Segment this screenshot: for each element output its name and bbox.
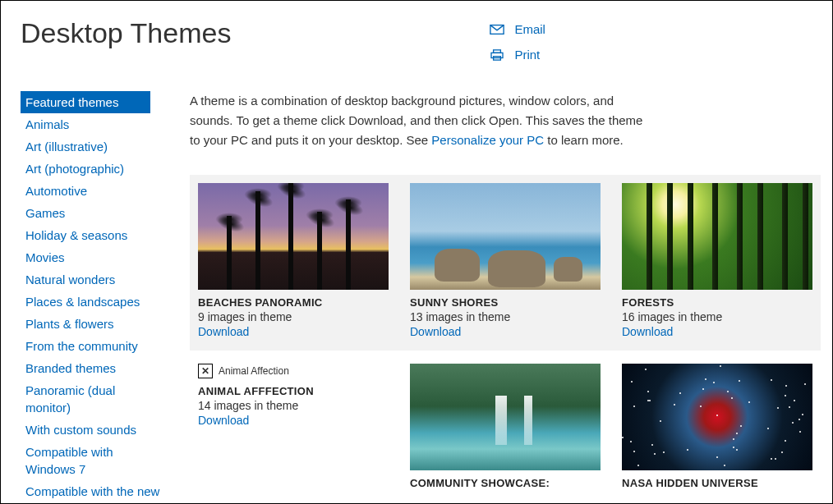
email-label: Email	[514, 22, 545, 36]
sidebar-item[interactable]: Automotive	[21, 180, 168, 202]
theme-card: ✕Animal AffectionANIMAL AFFFECTION14 ima…	[198, 364, 389, 489]
theme-title: FORESTS	[622, 296, 812, 309]
personalize-link[interactable]: Personalize your PC	[431, 133, 544, 147]
theme-card: COMMUNITY SHOWCASE:	[410, 364, 601, 489]
sidebar-item[interactable]: Art (illustrative)	[21, 135, 168, 158]
intro-text: A theme is a combination of desktop back…	[190, 91, 650, 150]
sidebar-item[interactable]: Featured themes	[21, 91, 150, 113]
sidebar-item[interactable]: Animals	[21, 113, 168, 135]
sidebar-item[interactable]: Movies	[21, 246, 168, 268]
sidebar-item[interactable]: Art (photographic)	[21, 158, 168, 180]
theme-thumbnail[interactable]	[622, 364, 812, 470]
print-label: Print	[514, 48, 540, 62]
theme-card: NASA HIDDEN UNIVERSE	[622, 364, 812, 489]
sidebar-item[interactable]: From the community	[21, 335, 168, 357]
download-link[interactable]: Download	[198, 325, 249, 338]
theme-card: SUNNY SHORES13 images in themeDownload	[410, 183, 601, 339]
download-link[interactable]: Download	[198, 414, 249, 427]
theme-thumbnail[interactable]	[410, 364, 601, 470]
sidebar-item[interactable]: With custom sounds	[21, 419, 168, 441]
sidebar-item[interactable]: Panoramic (dual monitor)	[21, 379, 168, 419]
theme-card: BEACHES PANORAMIC9 images in themeDownlo…	[198, 183, 389, 339]
theme-title: ANIMAL AFFFECTION	[198, 385, 389, 397]
page-title: Desktop Themes	[21, 17, 231, 49]
sidebar-item[interactable]: Compatible with Windows 7	[21, 441, 168, 480]
broken-image: ✕Animal Affection	[198, 364, 389, 378]
download-link[interactable]: Download	[622, 325, 673, 338]
theme-title: BEACHES PANORAMIC	[198, 296, 389, 309]
theme-thumbnail[interactable]	[410, 183, 601, 290]
theme-thumbnail[interactable]	[622, 183, 812, 290]
theme-row-secondary: ✕Animal AffectionANIMAL AFFFECTION14 ima…	[190, 364, 821, 489]
sidebar-item[interactable]: Branded themes	[21, 357, 168, 379]
theme-count: 14 images in theme	[198, 399, 389, 412]
print-icon	[490, 49, 504, 61]
sidebar-item[interactable]: Plants & flowers	[21, 313, 168, 335]
email-link[interactable]: Email	[490, 22, 545, 36]
theme-title: COMMUNITY SHOWCASE:	[410, 477, 601, 489]
sidebar-item[interactable]: Compatible with the new Windows	[21, 480, 168, 504]
theme-count: 16 images in theme	[622, 310, 812, 323]
intro-after: to learn more.	[544, 133, 624, 147]
theme-title: NASA HIDDEN UNIVERSE	[622, 477, 812, 489]
sidebar-item[interactable]: Games	[21, 202, 168, 224]
download-link[interactable]: Download	[410, 325, 461, 338]
broken-image-icon: ✕	[198, 364, 213, 378]
theme-row-featured: BEACHES PANORAMIC9 images in themeDownlo…	[190, 175, 821, 351]
theme-title: SUNNY SHORES	[410, 296, 601, 309]
theme-count: 9 images in theme	[198, 310, 389, 323]
theme-thumbnail[interactable]	[198, 183, 389, 290]
theme-card: FORESTS16 images in themeDownload	[622, 183, 812, 339]
sidebar-item[interactable]: Natural wonders	[21, 268, 168, 291]
theme-count: 13 images in theme	[410, 310, 601, 323]
email-icon	[490, 24, 504, 35]
print-link[interactable]: Print	[490, 48, 545, 62]
sidebar: Featured themesAnimalsArt (illustrative)…	[21, 91, 168, 504]
sidebar-item[interactable]: Places & landscapes	[21, 291, 168, 313]
sidebar-item[interactable]: Holiday & seasons	[21, 224, 168, 246]
broken-image-alt: Animal Affection	[219, 365, 289, 377]
